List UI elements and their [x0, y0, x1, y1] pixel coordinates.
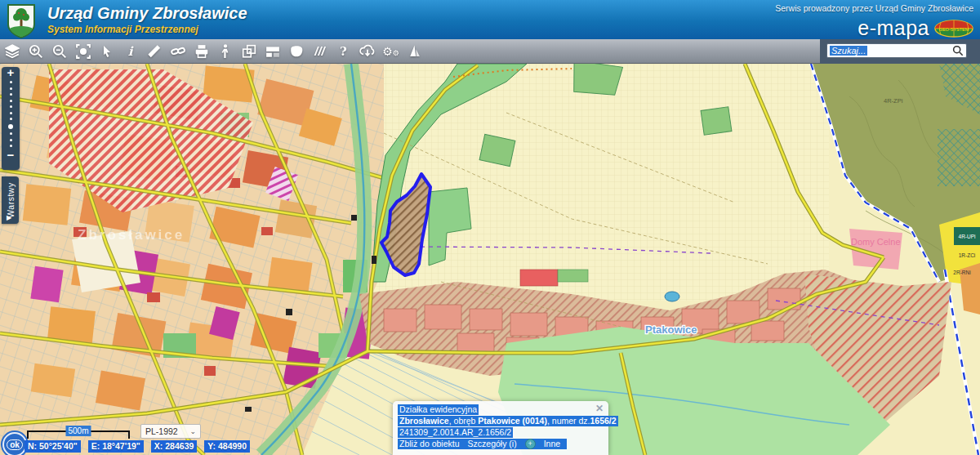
link-icon[interactable] — [169, 42, 186, 61]
pointer-icon[interactable] — [98, 42, 115, 61]
zone-label-2rrni: 2R-RNi — [953, 270, 970, 275]
measure-icon[interactable] — [145, 42, 163, 61]
zoom-level-dots[interactable] — [8, 81, 13, 147]
crs-select[interactable]: PL-1992 ⌄ — [140, 424, 201, 439]
page-title: Urząd Gminy Zbrosławice — [47, 4, 247, 22]
search-panel: Szukaj... — [820, 39, 980, 65]
svg-text:GEO-SYSTEM: GEO-SYSTEM — [939, 26, 969, 31]
zoom-extent-icon[interactable] — [74, 42, 91, 61]
polygon-icon[interactable] — [287, 42, 305, 61]
service-note: Serwis prowadzony przez Urząd Gminy Zbro… — [775, 3, 973, 13]
zoom-in-button[interactable]: + — [7, 67, 15, 78]
panels-icon[interactable] — [264, 42, 281, 61]
emapa-app: Urząd Gminy Zbrosławice System Informacj… — [0, 0, 980, 455]
map-viewport[interactable]: Zbrosławice Ptakowice Domy Celne 4R-ZPi … — [0, 64, 980, 455]
help-icon[interactable]: ? — [335, 42, 352, 61]
zoom-out-button[interactable]: − — [7, 149, 15, 161]
parcel-info-popup: ✕ Działka ewidencyjna Zbrosławice, obręb… — [393, 401, 608, 455]
zoom-out-icon[interactable] — [51, 42, 68, 61]
scale-bar: 500m — [27, 430, 130, 439]
zoom-slider: + − — [2, 67, 20, 170]
layers-tab-label: Warstwy — [6, 182, 16, 217]
coord-n: N: 50°25'40" — [24, 440, 81, 453]
chevron-right-icon: ▶ — [7, 214, 11, 221]
close-icon[interactable]: ✕ — [595, 404, 604, 413]
parcel-id: 241309_2.0014.AR_2.1656/2 — [398, 427, 513, 438]
popup-title: Działka ewidencyjna — [398, 404, 479, 415]
coord-x: X: 284639 — [151, 440, 197, 453]
basemap-canvas[interactable]: Zbrosławice Ptakowice Domy Celne 4R-ZPi … — [0, 64, 980, 455]
draw-lines-icon[interactable]: /// — [311, 42, 328, 61]
town-ghost-label: Zbrosławice — [78, 227, 185, 243]
coat-of-arms — [7, 4, 36, 38]
geo-system-badge-icon: GEO-SYSTEM — [934, 20, 973, 38]
header: Urząd Gminy Zbrosławice System Informacj… — [0, 0, 980, 39]
zone-label-4rzpi: 4R-ZPi — [884, 97, 903, 105]
settings-icon[interactable]: ⚙⚙ — [382, 42, 399, 61]
chevron-down-icon: ⌄ — [189, 427, 196, 435]
info-icon[interactable]: i — [122, 42, 139, 61]
plus-icon[interactable]: + — [525, 439, 536, 449]
zoom-to-object-link[interactable]: Zbliż do obiektu — [399, 439, 460, 449]
zone-label-4rupi: 4R-UPi — [959, 234, 976, 239]
coord-y: Y: 484990 — [204, 440, 250, 453]
layers-panel-tab[interactable]: Warstwy ▶ — [2, 176, 19, 224]
emapa-logo: e-mapa — [858, 16, 929, 40]
zoom-in-icon[interactable] — [27, 42, 44, 61]
north-arrow-icon[interactable] — [406, 42, 423, 61]
street-view-icon[interactable] — [216, 42, 234, 61]
area-label-domy-celne: Domy Celne — [851, 237, 901, 247]
search-icon[interactable] — [952, 45, 964, 56]
scale-label: 500m — [65, 426, 91, 436]
search-value: Szukaj... — [830, 46, 867, 56]
download-icon[interactable] — [359, 42, 376, 61]
page-subtitle: System Informacji Przestrzennej — [47, 25, 247, 35]
ok-badge[interactable]: ok — [2, 432, 27, 455]
search-input[interactable]: Szukaj... — [826, 43, 967, 58]
popup-actions: Zbliż do obiektuSzczegóły (i)+Inne — [398, 439, 567, 449]
other-link[interactable]: Inne — [544, 439, 560, 449]
zone-label-1rzci: 1R-ZCi — [959, 252, 976, 258]
parcel-description: Zbrosławice, obręb Ptakowice (0014), num… — [398, 416, 618, 426]
compare-icon[interactable] — [240, 42, 257, 61]
layers-icon[interactable] — [3, 42, 20, 61]
zoom-level-current — [8, 124, 13, 129]
details-link[interactable]: Szczegóły (i) — [468, 439, 517, 449]
coord-e: E: 18°47'19" — [88, 440, 144, 453]
coordinates-readout: N: 50°25'40" E: 18°47'19" X: 284639 Y: 4… — [24, 440, 250, 453]
village-label-ptakowice: Ptakowice — [645, 323, 697, 336]
print-icon[interactable] — [193, 42, 210, 61]
